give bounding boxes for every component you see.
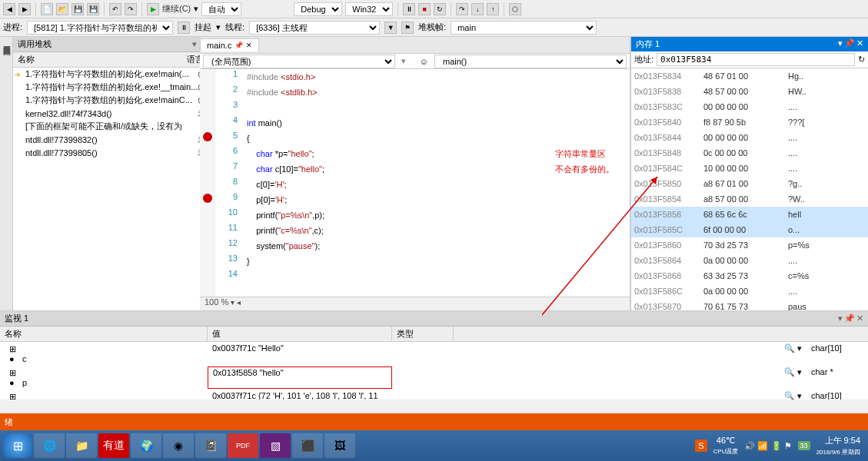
watch-row[interactable]: ⊞ ● c0x0037f71c "Hello"🔍 ▾char[10] [0, 342, 868, 366]
process-label: 进程: [3, 22, 22, 33]
dropdown-icon[interactable]: ▾ [192, 39, 197, 49]
pin-icon[interactable]: 📌 [844, 313, 855, 323]
callstack-row[interactable]: 1.字符指针与字符数组的初始化.exe!mainC... C [13, 94, 222, 107]
continue-button[interactable]: ▶ [147, 3, 159, 15]
memory-row[interactable]: 0x013F585C6f 00 00 00o... [631, 222, 868, 237]
callstack-row[interactable]: kernel32.dll!74f7343d()未知 [13, 107, 222, 120]
refresh-icon[interactable]: ↻ [858, 55, 865, 65]
start-button[interactable]: ⊞ [3, 433, 32, 458]
callstack-row[interactable]: 1.字符指针与字符数组的初始化.exe!__tmain... C [13, 81, 222, 94]
save-icon[interactable]: 💾 [72, 3, 84, 15]
config-dropdown[interactable]: Debug [294, 2, 342, 16]
continue-label[interactable]: 继续(C) [162, 3, 191, 15]
watch-col-type[interactable]: 类型 [392, 327, 454, 341]
callstack-title: 调用堆栈 [18, 38, 52, 50]
memory-title: 内存 1 [636, 38, 660, 50]
new-icon[interactable]: 📄 [41, 3, 53, 15]
address-input[interactable] [657, 53, 855, 66]
dropdown-icon[interactable]: ▾ [838, 313, 843, 323]
watch-col-value[interactable]: 值 [208, 327, 392, 341]
hex-icon[interactable]: ⬡ [509, 3, 521, 15]
memory-row[interactable]: 0x013F58480c 00 00 00.... [631, 145, 868, 161]
memory-row[interactable]: 0x013F586C0a 00 00 00.... [631, 284, 868, 299]
restart-icon[interactable]: ↻ [434, 3, 446, 15]
step-over-icon[interactable]: ↷ [456, 3, 468, 15]
memory-row[interactable]: 0x013F586070 3d 25 73p=%s [631, 237, 868, 253]
redo-icon[interactable]: ↷ [125, 3, 137, 15]
watch-title: 监视 1 [5, 313, 28, 324]
breakpoint-icon[interactable] [203, 132, 212, 141]
task-item[interactable]: ⬛ [292, 433, 323, 458]
pin-icon[interactable]: 📌 [234, 41, 243, 49]
col-name-header[interactable]: 名称 [18, 54, 187, 65]
memory-row[interactable]: 0x013F584C10 00 00 00.... [631, 161, 868, 176]
platform-dropdown[interactable]: Win32 [345, 2, 393, 16]
process-dropdown[interactable]: [5812] 1.字符指针与字符数组的初... [27, 21, 173, 35]
stackframe-label: 堆栈帧: [418, 22, 446, 33]
memory-row[interactable]: 0x013F584400 00 00 00.... [631, 130, 868, 145]
open-icon[interactable]: 📂 [56, 3, 68, 15]
pause-icon[interactable]: ⏸ [403, 3, 415, 15]
callstack-header: 调用堆栈 ▾ 📌 ✕ [13, 37, 222, 52]
close-icon[interactable]: ✕ [856, 313, 863, 323]
task-item[interactable]: PDF [228, 433, 258, 458]
step-into-icon[interactable]: ↓ [471, 3, 484, 15]
memory-row[interactable]: 0x013F583448 67 01 00Hg.. [631, 68, 868, 84]
task-item[interactable]: 🖼 [324, 433, 355, 458]
callstack-row[interactable]: ntdll.dll!77399832()未知 [13, 133, 222, 146]
callstack-row[interactable]: [下面的框架可能不正确和/或缺失，没有为 [13, 120, 222, 133]
flag-icon[interactable]: ⚑ [401, 22, 414, 34]
watch-col-name[interactable]: 名称 [0, 327, 208, 341]
dropdown-icon[interactable]: ▾ [838, 38, 843, 50]
annotation-text: 字符串常量区 不会有多份的。 [555, 146, 614, 177]
editor-tab-main[interactable]: main.c 📌 ✕ [200, 38, 259, 51]
task-item[interactable]: ▧ [260, 433, 291, 458]
tray-icons[interactable]: 🔊 📶 🔋 ⚑ [744, 441, 791, 451]
callstack-row[interactable]: ➜1.字符指针与字符数组的初始化.exe!main(... C [13, 68, 222, 81]
scope-global-dropdown[interactable]: (全局范围) [203, 55, 395, 68]
task-item[interactable]: ◉ [163, 433, 194, 458]
vertical-tabs[interactable]: 服务器资源管理器 工具箱 [0, 37, 13, 310]
watch-row[interactable]: ⊞ ● &c0x0037f71c {72 'H', 101 'e', 108 '… [0, 390, 868, 400]
memory-row[interactable]: 0x013F586863 3d 25 73c=%s [631, 268, 868, 284]
memory-row[interactable]: 0x013F583C00 00 00 00.... [631, 99, 868, 114]
taskbar: ⊞ 🌐 📁 有道 🌍 ◉ 📓 PDF ▧ ⬛ 🖼 S 46℃CPU温度 🔊 📶 … [0, 430, 868, 461]
close-icon[interactable]: ✕ [856, 38, 863, 50]
step-out-icon[interactable]: ↑ [487, 3, 499, 15]
task-item[interactable]: 📓 [195, 433, 226, 458]
thread-dropdown[interactable]: [6336] 主线程 [249, 21, 380, 35]
scope-func-dropdown[interactable]: main() [434, 55, 627, 68]
system-tray[interactable]: S 46℃CPU温度 🔊 📶 🔋 ⚑ 33 上午 9:542018/9/6 星期… [695, 435, 865, 456]
stop-icon[interactable]: ■ [418, 3, 431, 15]
close-icon[interactable]: ✕ [246, 41, 252, 49]
memory-row[interactable]: 0x013F58640a 00 00 00.... [631, 253, 868, 268]
watch-row[interactable]: ⊞ ● p0x013f5858 "hello"🔍 ▾char * [0, 366, 868, 390]
task-item[interactable]: 📁 [66, 433, 97, 458]
save-all-icon[interactable]: 💾 [87, 3, 99, 15]
memory-row[interactable]: 0x013F585868 65 6c 6chell [631, 207, 868, 222]
undo-icon[interactable]: ↶ [109, 3, 121, 15]
filter-icon[interactable]: ▼ [384, 22, 397, 34]
nav-fwd-icon[interactable]: ▶ [18, 3, 31, 15]
auto-dropdown[interactable]: 自动 [201, 2, 241, 16]
code-editor[interactable]: 1234567891011121314 字符串常量区 不会有多份的。 #incl… [200, 69, 630, 297]
stackframe-dropdown[interactable]: main [451, 21, 597, 35]
nav-back-icon[interactable]: ◀ [3, 3, 15, 15]
ime-icon[interactable]: S [695, 439, 707, 452]
task-item[interactable]: 🌍 [131, 433, 161, 458]
memory-row[interactable]: 0x013F5854a8 57 00 00?W.. [631, 191, 868, 207]
address-label: 地址: [634, 54, 653, 65]
task-item[interactable]: 🌐 [34, 433, 65, 458]
suspend-label[interactable]: 挂起 [195, 22, 211, 33]
main-toolbar: ◀ ▶ 📄 📂 💾 💾 ↶ ↷ ▶ 继续(C) ▾ 自动 Debug Win32… [0, 0, 868, 18]
breakpoint-icon[interactable] [203, 194, 212, 203]
tray-badge[interactable]: 33 [798, 441, 810, 450]
memory-row[interactable]: 0x013F5850a8 67 01 00?g.. [631, 176, 868, 191]
memory-row[interactable]: 0x013F587070 61 75 73paus [631, 299, 868, 310]
suspend-icon[interactable]: ⏸ [178, 22, 190, 34]
memory-row[interactable]: 0x013F583848 57 00 00HW.. [631, 84, 868, 99]
callstack-row[interactable]: ntdll.dll!77399805()未知 [13, 146, 222, 159]
pin-icon[interactable]: 📌 [844, 38, 855, 50]
task-item[interactable]: 有道 [98, 433, 129, 458]
memory-row[interactable]: 0x013F5840f8 87 90 5b???[ [631, 114, 868, 130]
